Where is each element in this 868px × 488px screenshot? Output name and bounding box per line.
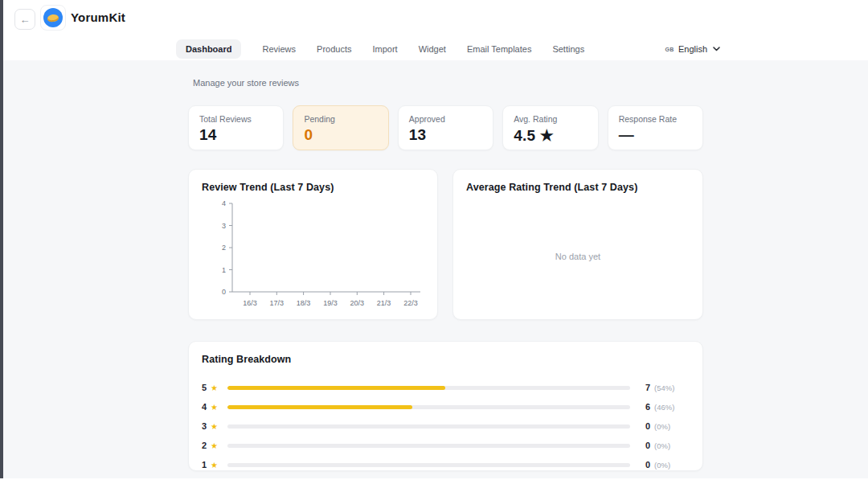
star-icon: ★: [211, 461, 227, 470]
rating-count: 0: [640, 460, 650, 470]
rating-row-2: 2 ★ 0 (0%): [189, 436, 704, 455]
rating-percent: (0%): [654, 422, 691, 431]
rating-breakdown-panel: Rating Breakdown 5 ★ 7 (54%) 4 ★ 6 (: [188, 341, 703, 471]
rating-bar-fill: [227, 386, 445, 390]
rating-bar-track: [227, 386, 630, 390]
tab-reviews[interactable]: Reviews: [262, 39, 296, 59]
stat-label: Response Rate: [619, 114, 692, 124]
main-nav: Dashboard Reviews Products Import Widget…: [0, 38, 868, 60]
avg-rating-trend-panel: Average Rating Trend (Last 7 Days) No da…: [452, 169, 703, 320]
nav-tabs: Dashboard Reviews Products Import Widget…: [176, 38, 584, 60]
stat-value: 4.5 ★: [514, 126, 587, 145]
stat-label: Avg. Rating: [514, 114, 587, 124]
x-tick-label: 19/3: [323, 299, 338, 307]
y-tick-label: 0: [222, 288, 226, 296]
stat-label: Approved: [409, 114, 482, 124]
rating-row-3: 3 ★ 0 (0%): [189, 416, 704, 436]
x-tick-label: 16/3: [243, 299, 257, 307]
star-icon: ★: [211, 422, 227, 431]
rating-count: 7: [640, 383, 650, 392]
rating-bar-track: [227, 405, 630, 409]
chevron-down-icon: [713, 47, 720, 51]
stat-card-approved: Approved 13: [398, 105, 493, 150]
x-tick-label: 21/3: [377, 299, 391, 307]
bottom-edge: [0, 478, 868, 488]
star-icon: ★: [211, 383, 227, 392]
rating-row-5: 5 ★ 7 (54%): [189, 378, 704, 397]
dashboard-content: Manage your store reviews Total Reviews …: [0, 58, 868, 478]
back-button[interactable]: ←: [14, 9, 35, 30]
rating-number: 2: [202, 441, 211, 450]
review-trend-panel: Review Trend (Last 7 Days): [188, 169, 438, 320]
rating-bar-track: [227, 444, 630, 448]
x-tick-label: 22/3: [403, 299, 418, 307]
stat-value: —: [619, 126, 692, 144]
panel-title: Rating Breakdown: [189, 342, 702, 365]
rating-count: 6: [640, 402, 650, 412]
y-tick-label: 3: [222, 222, 226, 230]
app-logo: [40, 5, 66, 31]
rating-percent: (0%): [654, 441, 691, 450]
stat-value: 0: [304, 126, 377, 144]
rating-bar-track: [227, 463, 630, 467]
window-edge: [0, 0, 3, 478]
y-tick-label: 4: [222, 199, 226, 207]
rating-rows: 5 ★ 7 (54%) 4 ★ 6 (46%) 3: [189, 378, 704, 474]
stat-card-response-rate: Response Rate —: [608, 105, 703, 150]
panel-title: Average Rating Trend (Last 7 Days): [453, 170, 702, 193]
rating-percent: (0%): [654, 461, 691, 470]
x-tick-label: 20/3: [350, 299, 365, 307]
tab-dashboard[interactable]: Dashboard: [176, 39, 241, 59]
page-subtitle: Manage your store reviews: [193, 78, 299, 88]
stat-card-total-reviews: Total Reviews 14: [188, 105, 284, 150]
tab-settings[interactable]: Settings: [552, 39, 584, 59]
tab-widget[interactable]: Widget: [419, 39, 446, 59]
stat-label: Total Reviews: [199, 114, 272, 124]
y-tick-label: 2: [222, 244, 226, 252]
stats-row: Total Reviews 14 Pending 0 Approved 13 A…: [188, 105, 703, 150]
stat-label: Pending: [304, 114, 377, 124]
rating-number: 3: [202, 421, 211, 431]
rating-row-4: 4 ★ 6 (46%): [189, 397, 704, 416]
back-arrow-icon: ←: [20, 14, 31, 26]
app-window: ← YorumKit Dashboard Reviews Products Im…: [0, 0, 868, 488]
language-label: English: [678, 44, 707, 54]
stat-card-avg-rating: Avg. Rating 4.5 ★: [502, 105, 598, 150]
rating-number: 1: [202, 460, 211, 470]
rating-percent: (46%): [654, 403, 691, 412]
app-title: YorumKit: [71, 10, 125, 24]
language-selector[interactable]: GB English: [665, 40, 720, 58]
stat-value: 14: [199, 126, 272, 144]
tab-email-templates[interactable]: Email Templates: [467, 39, 532, 59]
rating-number: 5: [202, 383, 211, 392]
gb-flag-icon: GB: [665, 47, 674, 52]
rating-count: 0: [640, 441, 650, 450]
panel-title: Review Trend (Last 7 Days): [189, 170, 437, 193]
rating-bar-fill: [227, 405, 412, 409]
stat-value: 13: [409, 126, 482, 144]
rating-number: 4: [202, 402, 211, 412]
star-icon: ★: [211, 441, 227, 450]
rating-count: 0: [640, 421, 650, 431]
tab-import[interactable]: Import: [372, 39, 397, 59]
app-logo-icon: [43, 8, 63, 27]
rating-percent: (54%): [654, 383, 691, 392]
star-icon: ★: [211, 403, 227, 412]
review-trend-chart: 4 3 2 1 0 16/3 17/3 18/3 19/3 20/3 21/3 …: [218, 197, 431, 319]
rating-bar-track: [227, 424, 630, 429]
x-tick-label: 18/3: [297, 299, 311, 307]
y-tick-label: 1: [222, 266, 226, 274]
x-tick-label: 17/3: [270, 299, 285, 307]
empty-state-text: No data yet: [453, 252, 702, 261]
tab-products[interactable]: Products: [317, 39, 351, 59]
stat-card-pending: Pending 0: [293, 105, 388, 150]
rating-row-1: 1 ★ 0 (0%): [189, 455, 704, 474]
